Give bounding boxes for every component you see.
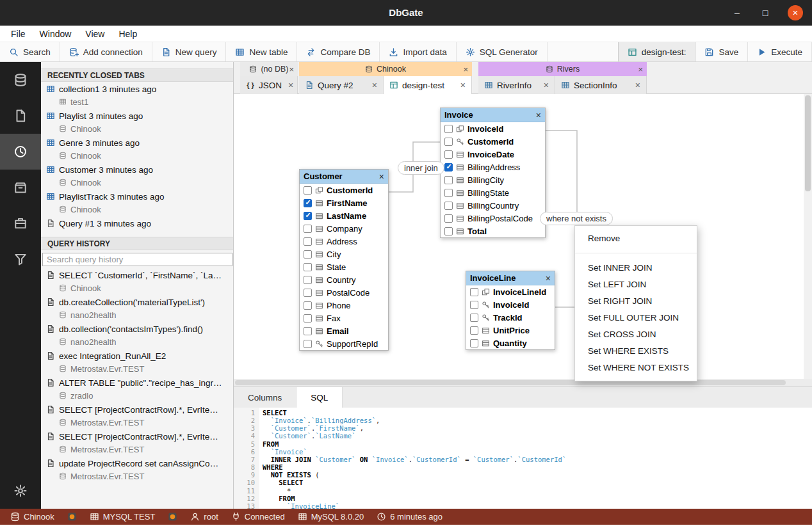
status-item[interactable]: Connected	[231, 512, 285, 522]
vertical-scrollbar[interactable]	[804, 94, 812, 379]
designer-table-card[interactable]: Customer × CustomerId FirstName Last	[299, 169, 389, 351]
table-column-row[interactable]: TrackId	[466, 311, 555, 324]
close-tab-icon[interactable]: ×	[633, 80, 640, 90]
toolbar-action-button[interactable]: Execute	[748, 42, 812, 61]
table-card-header[interactable]: Customer ×	[300, 170, 388, 184]
horizontal-scrollbar[interactable]	[234, 379, 812, 387]
query-history-item[interactable]: SELECT [ProjectContractRow].*, EvrIte… M…	[41, 402, 233, 429]
close-group-icon[interactable]: ×	[638, 65, 643, 74]
close-button[interactable]: ×	[788, 5, 803, 20]
column-checkbox[interactable]	[304, 340, 312, 348]
designer-canvas[interactable]: inner joinwhere not exists Invoice × Inv…	[234, 94, 812, 387]
column-checkbox[interactable]	[304, 237, 312, 246]
activity-files-button[interactable]	[0, 98, 41, 134]
column-checkbox[interactable]	[304, 301, 312, 310]
database-tab-group[interactable]: Rivers ×	[478, 62, 647, 76]
column-checkbox[interactable]	[444, 163, 453, 171]
sql-code[interactable]: SELECT `Invoice`.`BillingAddress`, `Cust…	[259, 408, 812, 509]
close-table-icon[interactable]: ×	[546, 273, 551, 283]
close-table-icon[interactable]: ×	[379, 171, 384, 182]
table-column-row[interactable]: BillingCountry	[441, 199, 545, 212]
column-checkbox[interactable]	[444, 214, 453, 223]
column-checkbox[interactable]	[304, 289, 312, 297]
maximize-button[interactable]: □	[759, 8, 771, 18]
column-checkbox[interactable]	[304, 327, 312, 335]
column-checkbox[interactable]	[304, 199, 312, 207]
title-bar[interactable]: DbGate – □ ×	[0, 0, 812, 26]
database-tab-group[interactable]: Chinook ×	[299, 62, 472, 76]
toolbar-action-button[interactable]: Save	[695, 42, 748, 61]
column-checkbox[interactable]	[470, 301, 478, 309]
column-checkbox[interactable]	[304, 250, 312, 259]
column-checkbox[interactable]	[470, 339, 478, 347]
status-item[interactable]	[168, 512, 177, 522]
menu-item[interactable]: Window	[33, 26, 79, 42]
bottom-tab[interactable]: Columns	[234, 387, 296, 408]
table-column-row[interactable]: BillingCity	[441, 173, 545, 186]
table-column-row[interactable]: SupportRepId	[300, 337, 388, 350]
table-column-row[interactable]: FirstName	[300, 196, 388, 209]
column-checkbox[interactable]	[444, 227, 453, 235]
status-item[interactable]	[67, 512, 77, 522]
closed-tab-item[interactable]: Playlist 3 minutes ago Chinook	[41, 109, 233, 136]
vertical-scrollbar-thumb[interactable]	[805, 95, 811, 191]
table-column-row[interactable]: UnitPrice	[466, 324, 555, 337]
close-table-icon[interactable]: ×	[536, 110, 541, 120]
context-menu-item[interactable]: Set WHERE EXISTS	[575, 343, 697, 360]
activity-history-button[interactable]	[0, 134, 41, 170]
closed-tab-item[interactable]: Query #1 3 minutes ago	[41, 216, 233, 230]
column-checkbox[interactable]	[444, 150, 453, 159]
table-column-row[interactable]: InvoiceId	[441, 122, 545, 135]
activity-filter-button[interactable]	[0, 241, 41, 277]
designer-table-card[interactable]: InvoiceLine × InvoiceLineId InvoiceId	[466, 271, 555, 350]
query-history-item[interactable]: update ProjectRecord set canAssignCo… Me…	[41, 456, 233, 483]
context-menu-item[interactable]: Set RIGHT JOIN	[575, 293, 697, 310]
tab[interactable]: SectionInfo ×	[555, 76, 647, 94]
closed-tab-item[interactable]: collection1 3 minutes ago test1	[41, 82, 233, 109]
status-item[interactable]: root	[190, 512, 218, 522]
close-tab-icon[interactable]: ×	[541, 80, 549, 90]
current-tab-indicator[interactable]: design-test:	[618, 42, 696, 61]
table-column-row[interactable]: CustomerId	[441, 135, 545, 148]
table-column-row[interactable]: State	[300, 260, 388, 273]
database-tab-group[interactable]: (no DB) ×	[240, 62, 298, 76]
minimize-button[interactable]: –	[731, 8, 743, 18]
table-column-row[interactable]: BillingPostalCode	[441, 212, 545, 225]
table-column-row[interactable]: InvoiceLineId	[466, 285, 555, 298]
column-checkbox[interactable]	[304, 212, 312, 220]
toolbar-button[interactable]: New query	[152, 42, 227, 61]
table-column-row[interactable]: LastName	[300, 209, 388, 222]
table-column-row[interactable]: Fax	[300, 312, 388, 324]
close-group-icon[interactable]: ×	[463, 65, 468, 74]
horizontal-scrollbar-thumb[interactable]	[235, 380, 786, 385]
status-item[interactable]: 6 minutes ago	[377, 512, 443, 522]
column-checkbox[interactable]	[444, 176, 453, 184]
join-type-label[interactable]: inner join	[398, 161, 444, 175]
menu-item[interactable]: File	[4, 26, 33, 42]
table-column-row[interactable]: City	[300, 248, 388, 260]
closed-tab-item[interactable]: Genre 3 minutes ago Chinook	[41, 136, 233, 163]
table-column-row[interactable]: Quantity	[466, 337, 555, 349]
column-checkbox[interactable]	[444, 202, 453, 210]
table-card-header[interactable]: Invoice ×	[441, 108, 545, 122]
query-history-item[interactable]: db.collection('contactsImTypes').find() …	[41, 322, 233, 349]
activity-plugins-button[interactable]	[0, 205, 41, 241]
toolbar-button[interactable]: SQL Generator	[457, 42, 548, 61]
query-history-item[interactable]: db.createCollection('materialTypeList') …	[41, 295, 233, 322]
context-menu-item[interactable]: Set INNER JOIN	[575, 260, 697, 276]
close-group-icon[interactable]: ×	[289, 65, 294, 74]
table-column-row[interactable]: BillingState	[441, 186, 545, 199]
table-column-row[interactable]: Address	[300, 235, 388, 248]
query-history-item[interactable]: SELECT `CustomerId`, `FirstName`, `La… C…	[41, 268, 233, 295]
context-menu-item[interactable]: Set WHERE NOT EXISTS	[575, 360, 697, 376]
tab[interactable]: RiverInfo ×	[478, 76, 555, 94]
table-column-row[interactable]: Country	[300, 273, 388, 286]
toolbar-button[interactable]: Add connection	[60, 42, 152, 61]
column-checkbox[interactable]	[470, 326, 478, 335]
column-checkbox[interactable]	[304, 263, 312, 271]
tab[interactable]: design-test ×	[384, 76, 472, 94]
closed-tab-item[interactable]: PlaylistTrack 3 minutes ago Chinook	[41, 189, 233, 216]
column-checkbox[interactable]	[304, 225, 312, 233]
table-column-row[interactable]: BillingAddress	[441, 161, 545, 173]
table-column-row[interactable]: Total	[441, 225, 545, 237]
